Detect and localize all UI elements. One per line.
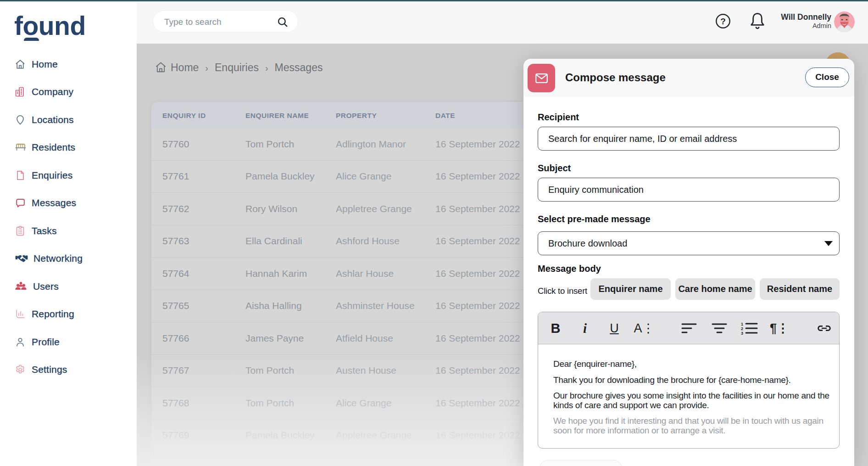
svg-text:3: 3 xyxy=(741,331,743,335)
svg-text:1: 1 xyxy=(741,322,743,326)
svg-text:?: ? xyxy=(720,17,726,26)
svg-text:2: 2 xyxy=(741,326,743,331)
